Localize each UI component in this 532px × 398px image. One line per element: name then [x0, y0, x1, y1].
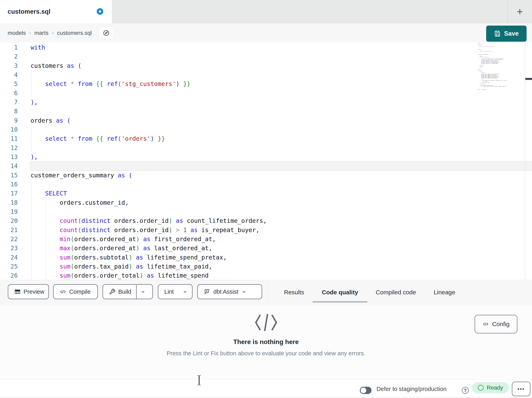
code-line-7[interactable]: 7),	[0, 98, 532, 107]
lint-dropdown-button[interactable]	[179, 289, 191, 294]
code-line-25[interactable]: 25 sum(orders.tax_paid) as lifetime_tax_…	[0, 262, 532, 271]
defer-toggle-label: Defer to staging/production	[377, 380, 447, 398]
code-line-21[interactable]: 21 count(distinct orders.order_id) > 1 a…	[0, 225, 532, 235]
scrollbar-thumb[interactable]	[525, 78, 532, 80]
preview-button[interactable]: Preview	[8, 284, 49, 299]
code-text	[30, 89, 532, 98]
code-slash-icon	[254, 313, 278, 332]
line-number: 2	[0, 52, 18, 61]
code-line-14[interactable]: 14	[0, 162, 532, 170]
breadcrumb-models[interactable]: models	[8, 30, 26, 36]
empty-state: There is nothing here Press the Lint or …	[0, 306, 532, 357]
line-number: 18	[0, 198, 18, 207]
breadcrumb-marts[interactable]: marts	[34, 30, 49, 36]
compile-button[interactable]: Compile	[53, 284, 98, 299]
tab-lineage[interactable]: Lineage	[434, 288, 455, 297]
line-number: 3	[0, 61, 18, 70]
bottom-toolbar: Preview Compile Build	[0, 280, 532, 306]
preview-label: Preview	[24, 288, 44, 295]
code-line-13[interactable]: 13),	[0, 152, 532, 162]
config-button[interactable]: Config	[475, 315, 517, 333]
build-label: Build	[118, 288, 131, 295]
code-icon	[482, 321, 489, 327]
line-number: 1	[0, 43, 18, 52]
assist-chat-icon	[204, 288, 211, 295]
code-line-8[interactable]: 8	[0, 107, 532, 116]
code-text: min(orders.ordered_at) as first_ordered_…	[30, 235, 532, 244]
build-dropdown-button[interactable]	[137, 289, 149, 294]
minimap[interactable]: with customers as ( select * from {{ ref…	[478, 43, 509, 192]
line-number: 14	[0, 162, 18, 170]
code-text	[30, 207, 532, 216]
defer-toggle[interactable]	[360, 387, 372, 394]
unsaved-changes-indicator-icon	[97, 8, 103, 15]
code-line-10[interactable]: 10	[0, 125, 532, 134]
breadcrumb-bar: models › marts › customers.sql Save	[0, 23, 532, 43]
code-editor[interactable]: 1with23customers as (45 select * from {{…	[0, 42, 532, 280]
code-text	[30, 143, 532, 152]
line-number: 19	[0, 207, 18, 216]
minimap-content: with customers as ( select * from {{ ref…	[478, 43, 508, 90]
tab-customers-sql[interactable]: customers.sql	[0, 0, 112, 23]
line-number: 4	[0, 70, 18, 79]
tab-title: customers.sql	[8, 8, 51, 15]
code-line-1[interactable]: 1with	[0, 43, 532, 52]
code-text: customers as (	[30, 61, 532, 70]
code-text	[30, 180, 532, 189]
code-line-9[interactable]: 9orders as (	[0, 116, 532, 125]
line-number: 24	[0, 253, 18, 262]
code-lines: 1with23customers as (45 select * from {{…	[0, 42, 532, 280]
table-icon	[14, 288, 21, 295]
dbt-ide-window: customers.sql + models › marts › custome…	[0, 0, 532, 398]
code-line-12[interactable]: 12	[0, 143, 532, 152]
code-text	[30, 125, 532, 134]
status-badge-label: Ready	[487, 385, 503, 391]
build-button[interactable]: Build	[103, 284, 153, 299]
save-button[interactable]: Save	[486, 26, 526, 42]
code-line-19[interactable]: 19	[0, 207, 532, 216]
code-text: select * from {{ ref('orders') }}	[30, 134, 532, 143]
code-line-15[interactable]: 15customer_orders_summary as (	[0, 171, 532, 180]
tab-code-quality[interactable]: Code quality	[322, 288, 358, 297]
code-line-6[interactable]: 6	[0, 89, 532, 98]
code-text: count(distinct orders.order_id) > 1 as i…	[30, 225, 532, 235]
code-line-3[interactable]: 3customers as (	[0, 61, 532, 70]
code-line-26[interactable]: 26 sum(orders.order_total) as lifetime_s…	[0, 271, 532, 280]
indent-guide	[31, 70, 32, 98]
chevron-down-icon	[140, 289, 146, 294]
code-line-17[interactable]: 17 SELECT	[0, 189, 532, 198]
code-text: sum(orders.tax_paid) as lifetime_tax_pai…	[30, 262, 532, 271]
code-line-2[interactable]: 2	[0, 52, 532, 61]
lineage-compass-button[interactable]	[98, 27, 114, 39]
code-line-20[interactable]: 20 count(distinct orders.order_id) as co…	[0, 216, 532, 225]
line-number: 8	[0, 107, 18, 116]
status-badge: Ready	[472, 382, 509, 393]
code-line-16[interactable]: 16	[0, 180, 532, 189]
indent-guide	[31, 180, 32, 280]
dbt-assist-label: dbt Assist	[213, 288, 238, 295]
tab-results[interactable]: Results	[284, 288, 304, 297]
lint-button[interactable]: Lint	[158, 284, 192, 299]
plus-icon: +	[517, 6, 523, 18]
code-text	[30, 107, 532, 116]
dbt-assist-button[interactable]: dbt Assist	[197, 284, 262, 299]
code-line-22[interactable]: 22 min(orders.ordered_at) as first_order…	[0, 235, 532, 244]
code-line-5[interactable]: 5 select * from {{ ref('stg_customers') …	[0, 79, 532, 88]
overflow-menu-button[interactable]: •••	[512, 382, 530, 396]
chevron-right-icon: ›	[29, 30, 31, 36]
code-line-4[interactable]: 4	[0, 70, 532, 79]
code-line-18[interactable]: 18 orders.customer_id,	[0, 198, 532, 207]
code-line-24[interactable]: 24 sum(orders.subtotal) as lifetime_spen…	[0, 253, 532, 262]
code-text	[30, 52, 532, 61]
help-question-icon[interactable]: ?	[462, 387, 469, 394]
code-text: with	[30, 43, 532, 52]
line-number: 10	[0, 125, 18, 134]
code-line-23[interactable]: 23 max(orders.ordered_at) as last_ordere…	[0, 244, 532, 253]
status-ring-icon	[478, 385, 483, 391]
code-text	[30, 162, 532, 170]
line-number: 11	[0, 134, 18, 143]
new-tab-button[interactable]: +	[508, 0, 532, 23]
tab-compiled-code[interactable]: Compiled code	[376, 288, 416, 297]
code-line-11[interactable]: 11 select * from {{ ref('orders') }}	[0, 134, 532, 143]
compile-label: Compile	[69, 288, 90, 295]
